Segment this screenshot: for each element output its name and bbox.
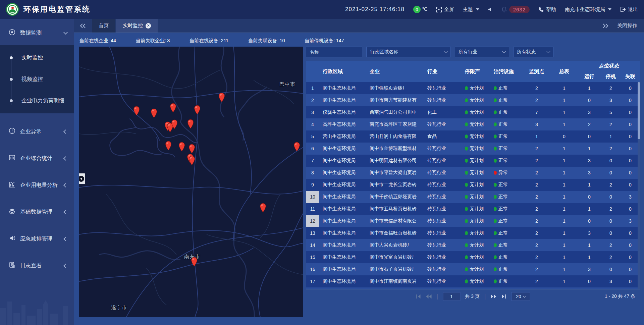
cell-lost: 0 bbox=[621, 143, 640, 155]
map-marker-icon[interactable] bbox=[169, 103, 177, 114]
sidebar-item-视频监控[interactable]: 视频监控 bbox=[0, 68, 74, 90]
fullscreen-button[interactable]: 全屏 bbox=[436, 6, 454, 13]
cell-industry: 砖瓦行业 bbox=[424, 227, 462, 239]
cell-running: 1 bbox=[578, 251, 601, 263]
app-logo-icon bbox=[6, 3, 19, 16]
status-dot-green bbox=[494, 159, 497, 163]
app-root: 环保用电监管系统 2021-02-25 17:46:18 0 ℃ 全屏 主题 bbox=[0, 0, 644, 325]
table-row[interactable]: 3仪陇生态环境局西南油气田分公司川中化工无计划正常71350 bbox=[306, 106, 640, 118]
table-row[interactable]: 10阆中生态环境局阆中千佛镇五郎垭页岩砖瓦行业无计划正常21003 bbox=[306, 191, 640, 203]
map-marker-icon[interactable] bbox=[293, 142, 301, 153]
map-marker-icon[interactable] bbox=[194, 105, 201, 116]
next-page-button[interactable] bbox=[490, 294, 496, 299]
tab-bar: 首页实时监控✕ 关闭操作 bbox=[74, 19, 644, 33]
table-row[interactable]: 5营山生态环境局营山县润丰肉食品有限食品无计划正常10010 bbox=[306, 130, 640, 143]
notifications[interactable]: 2632 bbox=[501, 6, 530, 13]
cell-industry: 砖瓦行业 bbox=[424, 179, 462, 191]
row-index: 2 bbox=[306, 94, 319, 106]
cell-stop-plan: 无计划 bbox=[462, 179, 490, 191]
cell-lost: 0 bbox=[621, 179, 640, 191]
map-marker-icon[interactable] bbox=[133, 106, 140, 117]
map-marker-icon[interactable] bbox=[178, 142, 185, 153]
table-row[interactable]: 4高坪生态环境局南充市高坪区王家店建砖瓦行业无计划正常31220 bbox=[306, 118, 640, 130]
name-search-input[interactable] bbox=[306, 47, 362, 57]
cell-lost: 0 bbox=[621, 118, 640, 130]
table-row[interactable]: 8阆中生态环境局阆中市枣碧大梁山页岩砖瓦行业无计划异常21300 bbox=[306, 167, 640, 179]
map-marker-icon[interactable] bbox=[171, 119, 178, 130]
region-select[interactable]: 行政区域名称 bbox=[366, 47, 451, 57]
sidebar-group-4[interactable]: 基础数据管理 bbox=[0, 203, 74, 221]
chevron-down-icon bbox=[63, 30, 68, 35]
sidebar-group-label: 企业综合统计 bbox=[20, 155, 52, 162]
map-marker-icon[interactable] bbox=[191, 257, 198, 268]
tab-实时监控[interactable]: 实时监控✕ bbox=[116, 19, 158, 33]
table-row[interactable]: 6阆中生态环境局阆中市金博瑞新型墙材砖瓦行业无计划正常21120 bbox=[306, 143, 640, 155]
map-marker-icon[interactable] bbox=[187, 119, 194, 130]
first-page-button[interactable] bbox=[416, 294, 421, 299]
sidebar-group-2[interactable]: 企业综合统计 bbox=[0, 150, 74, 167]
table-row[interactable]: 11阆中生态环境局阆中市五马桥页岩机砖砖瓦行业无计划正常21120 bbox=[306, 203, 640, 215]
cell-stop-plan: 无计划 bbox=[462, 239, 490, 251]
map-panel[interactable]: 巴中市南充市遂宁市 bbox=[79, 47, 303, 317]
sidebar-group-5[interactable]: 应急减排管理 bbox=[0, 230, 74, 248]
double-chevron-right-icon[interactable] bbox=[602, 23, 608, 28]
cell-total-meter: 1 bbox=[551, 155, 578, 167]
chevron-left-icon bbox=[63, 210, 68, 214]
table-row[interactable]: 9阆中生态环境局阆中市二龙长宝页岩砖砖瓦行业无计划正常21120 bbox=[306, 179, 640, 191]
map-collapse-handle[interactable] bbox=[79, 173, 85, 184]
map-marker-icon[interactable] bbox=[150, 108, 158, 119]
col-header-stopped: 停机 bbox=[601, 71, 621, 82]
table-row[interactable]: 7阆中生态环境局阆中明阳建材有限公司砖瓦行业无计划正常21300 bbox=[306, 155, 640, 167]
table-row[interactable]: 12阆中生态环境局阆中市忠信建材有限公砖瓦行业无计划正常21003 bbox=[306, 215, 640, 227]
status-select[interactable]: 所有状态 bbox=[513, 47, 553, 57]
status-dot-green bbox=[465, 195, 468, 199]
cell-stopped: 2 bbox=[601, 179, 621, 191]
chevron-left-icon bbox=[63, 183, 68, 187]
cell-region: 仪陇生态环境局 bbox=[319, 106, 366, 118]
sound-toggle[interactable] bbox=[488, 7, 493, 12]
cell-company: 阆中市南方节能建材有 bbox=[366, 94, 424, 106]
help-button[interactable]: 帮助 bbox=[538, 6, 556, 13]
table-row[interactable]: 17阆中生态环境局阆中市江南镇阆南页岩砖瓦行业无计划正常21030 bbox=[306, 275, 640, 287]
cell-facility: 正常 bbox=[490, 179, 523, 191]
page-number-input[interactable] bbox=[443, 292, 460, 301]
map-marker-icon[interactable] bbox=[165, 141, 172, 152]
map-marker-icon[interactable] bbox=[218, 92, 225, 104]
filter-bar: 行政区域名称 所有行业 所有状态 bbox=[306, 47, 640, 57]
prev-page-button[interactable] bbox=[426, 294, 432, 299]
map-marker-icon[interactable] bbox=[188, 155, 196, 167]
last-page-button[interactable] bbox=[501, 294, 506, 299]
table-row[interactable]: 14阆中生态环境局阆中大兴页岩机砖厂砖瓦行业无计划正常21120 bbox=[306, 239, 640, 251]
cell-running: 3 bbox=[578, 155, 601, 167]
sidebar-submenu: 实时监控视频监控企业电力负荷明细 bbox=[0, 45, 74, 113]
cell-stopped: 0 bbox=[601, 155, 621, 167]
table-row[interactable]: 15阆中生态环境局阆中市光富页岩机砖厂砖瓦行业无计划正常21120 bbox=[306, 251, 640, 263]
sidebar-item-企业电力负荷明细[interactable]: 企业电力负荷明细 bbox=[0, 90, 74, 111]
logout-button[interactable]: 退出 bbox=[620, 6, 638, 13]
sidebar-group-0[interactable]: 数据监测 bbox=[0, 24, 74, 42]
sidebar-group-6[interactable]: 日志查看 bbox=[0, 257, 74, 274]
table-body-scroll-area[interactable]: 1阆中生态环境局阆中强锐页岩砖厂砖瓦行业无计划正常211202阆中生态环境局阆中… bbox=[306, 82, 640, 289]
tab-首页[interactable]: 首页 bbox=[92, 19, 115, 33]
close-operations-button[interactable]: 关闭操作 bbox=[617, 22, 637, 29]
user-menu[interactable]: 南充市生态环境局 bbox=[565, 6, 611, 13]
table-row[interactable]: 16阆中生态环境局阆中市石子页岩机砖厂砖瓦行业无计划正常21300 bbox=[306, 263, 640, 275]
table-row[interactable]: 2阆中生态环境局阆中市南方节能建材有砖瓦行业无计划正常21030 bbox=[306, 94, 640, 106]
industry-select[interactable]: 所有行业 bbox=[455, 47, 509, 57]
chevron-left-icon bbox=[63, 264, 68, 268]
cell-facility: 正常 bbox=[490, 251, 523, 263]
cell-region: 高坪生态环境局 bbox=[319, 118, 366, 130]
table-scrollbar[interactable] bbox=[638, 82, 640, 289]
sidebar-group-3[interactable]: 企业用电量分析 bbox=[0, 176, 74, 194]
map-marker-icon[interactable] bbox=[259, 203, 267, 214]
page-size-select[interactable]: 20 bbox=[511, 292, 530, 301]
table-row[interactable]: 13阆中生态环境局阆中市金福旺页岩机砖砖瓦行业无计划正常21300 bbox=[306, 227, 640, 239]
sidebar-item-实时监控[interactable]: 实时监控 bbox=[0, 47, 74, 68]
last-page-icon bbox=[501, 294, 506, 299]
table-row[interactable]: 1阆中生态环境局阆中强锐页岩砖厂砖瓦行业无计划正常21120 bbox=[306, 82, 640, 94]
tabs-scroll-left-button[interactable] bbox=[74, 19, 92, 33]
theme-menu[interactable]: 主题 bbox=[463, 6, 479, 13]
sidebar-group-1[interactable]: 企业异常 bbox=[0, 123, 74, 140]
cell-stop-plan: 无计划 bbox=[462, 191, 490, 203]
tab-close-icon[interactable]: ✕ bbox=[146, 23, 151, 29]
